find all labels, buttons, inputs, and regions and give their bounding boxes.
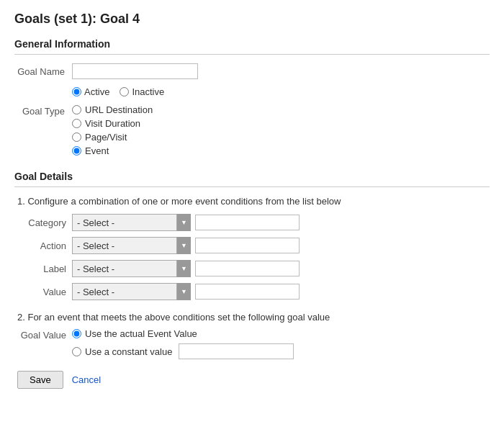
active-option[interactable]: Active bbox=[72, 86, 109, 97]
category-row: Category - Select - bbox=[14, 214, 490, 231]
save-button[interactable]: Save bbox=[17, 371, 63, 389]
goal-name-label: Goal Name bbox=[14, 66, 72, 77]
goal-type-url-radio[interactable] bbox=[72, 105, 81, 114]
goal-type-page-label: Page/Visit bbox=[85, 132, 127, 143]
use-actual-label: Use the actual Event Value bbox=[85, 328, 197, 339]
use-actual-option[interactable]: Use the actual Event Value bbox=[72, 328, 294, 339]
inactive-label: Inactive bbox=[132, 86, 164, 97]
inactive-option[interactable]: Inactive bbox=[120, 86, 164, 97]
instruction1: 1. Configure a combination of one or mor… bbox=[17, 196, 490, 207]
value-select[interactable]: - Select - bbox=[72, 283, 191, 300]
label-row: Label - Select - bbox=[14, 260, 490, 277]
goal-type-visit-label: Visit Duration bbox=[85, 118, 140, 129]
goal-type-visit-radio[interactable] bbox=[72, 119, 81, 128]
goal-type-options: URL Destination Visit Duration Page/Visi… bbox=[72, 104, 153, 156]
inactive-radio[interactable] bbox=[120, 87, 129, 96]
use-constant-radio[interactable] bbox=[72, 347, 81, 356]
use-constant-label: Use a constant value bbox=[85, 346, 172, 357]
goal-type-page-radio[interactable] bbox=[72, 132, 81, 142]
general-information-heading: General Information bbox=[14, 38, 490, 50]
goal-type-row: Goal Type URL Destination Visit Duration… bbox=[14, 104, 490, 156]
value-select-wrapper: - Select - bbox=[72, 283, 191, 300]
general-information-section: General Information Goal Name Active Ina… bbox=[14, 38, 490, 156]
category-text-input[interactable] bbox=[195, 215, 300, 230]
value-row: Value - Select - bbox=[14, 283, 490, 300]
goal-name-row: Goal Name bbox=[14, 63, 490, 79]
goal-type-visit-duration[interactable]: Visit Duration bbox=[72, 118, 153, 129]
goal-details-heading: Goal Details bbox=[14, 171, 490, 182]
action-text-input[interactable] bbox=[195, 238, 300, 253]
label-select[interactable]: - Select - bbox=[72, 260, 191, 277]
goal-value-row: Goal Value Use the actual Event Value Us… bbox=[14, 328, 490, 359]
use-constant-option[interactable]: Use a constant value bbox=[72, 343, 294, 359]
action-select[interactable]: - Select - bbox=[72, 237, 191, 254]
action-select-wrapper: - Select - bbox=[72, 237, 191, 254]
active-label: Active bbox=[84, 86, 109, 97]
category-select-wrapper: - Select - bbox=[72, 214, 191, 231]
goal-details-divider bbox=[14, 186, 490, 187]
action-label: Action bbox=[14, 240, 72, 251]
label-text-input[interactable] bbox=[195, 261, 300, 276]
goal-type-event-label: Event bbox=[85, 145, 109, 156]
goal-type-page-visit[interactable]: Page/Visit bbox=[72, 132, 153, 143]
cancel-link[interactable]: Cancel bbox=[72, 374, 101, 385]
goal-details-section: Goal Details 1. Configure a combination … bbox=[14, 171, 490, 300]
goal-name-input[interactable] bbox=[72, 63, 198, 79]
goal-value-section: 2. For an event that meets the above con… bbox=[14, 312, 490, 359]
label-label: Label bbox=[14, 264, 72, 274]
goal-type-label: Goal Type bbox=[14, 104, 72, 117]
goal-type-url[interactable]: URL Destination bbox=[72, 104, 153, 115]
active-radio[interactable] bbox=[72, 87, 81, 96]
status-row: Active Inactive bbox=[72, 86, 490, 97]
label-select-wrapper: - Select - bbox=[72, 260, 191, 277]
category-label: Category bbox=[14, 217, 72, 228]
button-row: Save Cancel bbox=[17, 371, 490, 389]
value-label: Value bbox=[14, 287, 72, 297]
category-select[interactable]: - Select - bbox=[72, 214, 191, 231]
use-actual-radio[interactable] bbox=[72, 329, 81, 338]
constant-value-input[interactable] bbox=[179, 343, 294, 359]
value-text-input[interactable] bbox=[195, 284, 300, 300]
goal-type-event-radio[interactable] bbox=[72, 146, 81, 156]
action-row: Action - Select - bbox=[14, 237, 490, 254]
goal-type-event[interactable]: Event bbox=[72, 145, 153, 156]
page-title: Goals (set 1): Goal 4 bbox=[14, 12, 490, 27]
goal-type-url-label: URL Destination bbox=[85, 104, 153, 115]
section-divider bbox=[14, 54, 490, 55]
instruction2: 2. For an event that meets the above con… bbox=[17, 312, 490, 323]
goal-value-label: Goal Value bbox=[14, 328, 72, 341]
goal-value-options: Use the actual Event Value Use a constan… bbox=[72, 328, 294, 359]
